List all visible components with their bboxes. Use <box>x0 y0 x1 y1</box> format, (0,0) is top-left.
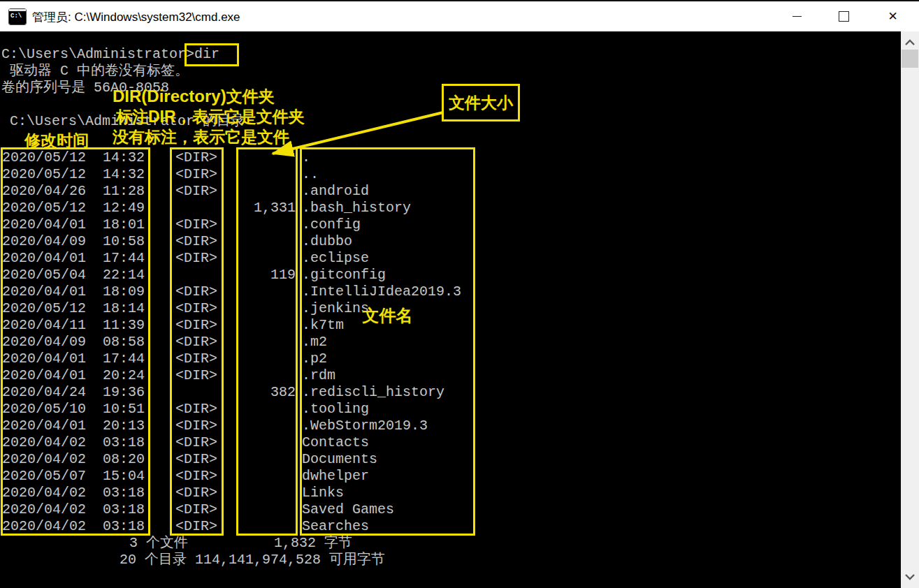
row-name: .eclipse <box>302 250 369 267</box>
row-size: 119 <box>237 267 296 284</box>
row-size: 1,331 <box>237 200 296 216</box>
row-datetime: 2020/04/02 03:18 <box>2 518 145 535</box>
minimize-button[interactable] <box>781 1 813 31</box>
row-dir-flag: <DIR> <box>175 501 217 518</box>
row-dir-flag: <DIR> <box>175 149 217 166</box>
row-name: .p2 <box>302 351 327 367</box>
row-name: .rediscli_history <box>302 384 444 401</box>
title-bar[interactable]: C:\ 管理员: C:\Windows\system32\cmd.exe ✕ <box>0 0 919 31</box>
dir-listing-row: 2020/05/12 14:32<DIR>.. <box>0 166 901 183</box>
row-datetime: 2020/04/01 20:13 <box>2 418 145 434</box>
row-dir-flag: <DIR> <box>175 284 217 300</box>
row-datetime: 2020/05/04 22:14 <box>2 267 145 284</box>
row-dir-flag: <DIR> <box>175 300 217 317</box>
row-name: .tooling <box>302 401 369 418</box>
row-datetime: 2020/04/01 17:44 <box>2 250 145 267</box>
dir-listing-row: 2020/04/26 11:28<DIR>.android <box>0 183 901 200</box>
row-dir-flag: <DIR> <box>175 451 217 468</box>
vertical-scrollbar[interactable] <box>901 31 919 588</box>
cmd-window: { "window": { "title": "管理员: C:\\Windows… <box>0 0 919 588</box>
dir-listing-row: 2020/04/11 11:39<DIR>.k7tm <box>0 317 901 334</box>
row-datetime: 2020/05/12 12:49 <box>2 200 145 216</box>
row-name: .jenkins <box>302 300 369 317</box>
dir-listing-row: 2020/05/12 14:32<DIR>. <box>0 149 901 166</box>
row-dir-flag: <DIR> <box>175 367 217 384</box>
row-dir-flag: <DIR> <box>175 401 217 418</box>
dir-listing-row: 2020/04/02 03:18<DIR>Contacts <box>0 434 901 451</box>
row-datetime: 2020/05/12 18:14 <box>2 300 145 317</box>
row-dir-flag: <DIR> <box>175 485 217 501</box>
row-datetime: 2020/05/12 14:32 <box>2 166 145 183</box>
row-datetime: 2020/04/09 10:58 <box>2 233 145 250</box>
row-datetime: 2020/04/02 03:18 <box>2 434 145 451</box>
dir-listing-row: 2020/04/01 17:44<DIR>.eclipse <box>0 250 901 267</box>
row-datetime: 2020/04/26 11:28 <box>2 183 145 200</box>
summary-files-count: 3 个文件 <box>129 535 188 552</box>
summary-dirs-line: 20 个目录 114,141,974,528 可用字节 <box>120 552 385 568</box>
row-name: .IntelliJIdea2019.3 <box>302 284 461 300</box>
dir-listing-row: 2020/04/01 18:01<DIR>.config <box>0 216 901 233</box>
row-name: .config <box>302 216 361 233</box>
row-name: .bash_history <box>302 200 411 216</box>
row-datetime: 2020/04/01 17:44 <box>2 351 145 367</box>
row-dir-flag: <DIR> <box>175 183 217 200</box>
row-name: Documents <box>302 451 377 468</box>
maximize-icon <box>839 11 849 22</box>
dir-listing-row: 2020/04/09 08:58<DIR>.m2 <box>0 334 901 351</box>
dir-listing-row: 2020/05/10 10:51<DIR>.tooling <box>0 401 901 418</box>
row-dir-flag: <DIR> <box>175 518 217 535</box>
row-name: .WebStorm2019.3 <box>302 418 428 434</box>
dir-listing-row: 2020/04/02 03:18<DIR>Searches <box>0 518 901 535</box>
dir-listing-row: 2020/05/12 18:14<DIR>.jenkins <box>0 300 901 317</box>
dir-listing-row: 2020/04/02 03:18<DIR>Saved Games <box>0 501 901 518</box>
directory-header-line: C:\Users\Administrator 的目录 <box>1 113 245 130</box>
row-name: Contacts <box>302 434 369 451</box>
row-dir-flag: <DIR> <box>175 351 217 367</box>
row-dir-flag: <DIR> <box>175 434 217 451</box>
row-name: Searches <box>302 518 369 535</box>
maximize-button[interactable] <box>827 1 860 31</box>
row-datetime: 2020/05/10 10:51 <box>2 401 145 418</box>
row-dir-flag: <DIR> <box>175 216 217 233</box>
row-datetime: 2020/04/01 18:09 <box>2 284 145 300</box>
scrollbar-thumb[interactable] <box>902 50 918 68</box>
row-name: .dubbo <box>302 233 352 250</box>
row-dir-flag: <DIR> <box>175 166 217 183</box>
dir-listing-row: 2020/04/01 18:09<DIR>.IntelliJIdea2019.3 <box>0 284 901 300</box>
scrollbar-up-icon[interactable] <box>901 35 919 50</box>
row-name: dwhelper <box>302 468 369 485</box>
row-name: .android <box>302 183 369 200</box>
row-dir-flag: <DIR> <box>175 334 217 351</box>
row-dir-flag: <DIR> <box>175 250 217 267</box>
close-icon: ✕ <box>888 10 897 22</box>
scrollbar-down-icon[interactable] <box>901 569 919 585</box>
row-dir-flag: <DIR> <box>175 468 217 485</box>
row-datetime: 2020/04/02 03:18 <box>2 501 145 518</box>
row-datetime: 2020/04/01 18:01 <box>2 216 145 233</box>
dir-listing-row: 2020/04/02 08:20<DIR>Documents <box>0 451 901 468</box>
summary-files-bytes: 1,832 字节 <box>274 535 352 552</box>
row-datetime: 2020/04/24 19:36 <box>2 384 145 401</box>
row-datetime: 2020/05/12 14:32 <box>2 149 145 166</box>
row-name: Links <box>302 485 344 501</box>
terminal-area[interactable]: C:\Users\Administrator>dir 驱动器 C 中的卷没有标签… <box>0 31 901 588</box>
row-name: Saved Games <box>302 501 394 518</box>
dir-listing-row: 2020/04/01 20:13<DIR>.WebStorm2019.3 <box>0 418 901 434</box>
row-name: .k7tm <box>302 317 344 334</box>
row-dir-flag: <DIR> <box>175 233 217 250</box>
row-datetime: 2020/04/01 20:24 <box>2 367 145 384</box>
row-datetime: 2020/04/02 03:18 <box>2 485 145 501</box>
row-name: .m2 <box>302 334 327 351</box>
prompt-line: C:\Users\Administrator>dir <box>1 46 219 63</box>
volume-label-line: 驱动器 C 中的卷没有标签。 <box>1 63 189 80</box>
row-datetime: 2020/04/09 08:58 <box>2 334 145 351</box>
window-title: 管理员: C:\Windows\system32\cmd.exe <box>32 1 240 33</box>
row-dir-flag: <DIR> <box>175 317 217 334</box>
minimize-icon <box>793 16 802 17</box>
row-name: .. <box>302 166 319 183</box>
row-datetime: 2020/04/11 11:39 <box>2 317 145 334</box>
close-button[interactable]: ✕ <box>876 1 909 31</box>
volume-serial-line: 卷的序列号是 56A0-8058 <box>1 80 169 96</box>
row-dir-flag: <DIR> <box>175 418 217 434</box>
row-name: .rdm <box>302 367 335 384</box>
